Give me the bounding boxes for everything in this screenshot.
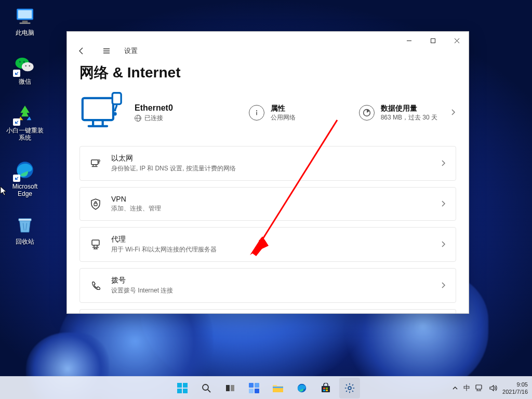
svg-rect-45 — [323, 388, 325, 389]
svg-rect-14 — [112, 93, 121, 104]
nav-menu-button[interactable] — [99, 44, 114, 58]
settings-item-proxy[interactable]: 代理 用于 Wi-Fi 和以太网连接的代理服务器 — [79, 227, 456, 262]
svg-rect-31 — [183, 383, 188, 388]
svg-rect-40 — [255, 389, 259, 393]
edge-button[interactable] — [291, 378, 312, 398]
svg-rect-50 — [476, 385, 482, 389]
system-tray: 中 9:05 2021/7/16 — [452, 381, 528, 395]
chevron-right-icon — [440, 240, 446, 249]
settings-item-ethernet[interactable]: 以太网 身份验证, IP 和 DNS 设置, 按流量计费的网络 — [79, 146, 456, 181]
stat-title: 数据使用量 — [381, 104, 437, 113]
taskbar: 中 9:05 2021/7/16 — [0, 376, 532, 399]
svg-rect-17 — [256, 112, 257, 115]
close-button[interactable] — [445, 32, 469, 49]
task-view-button[interactable] — [220, 378, 241, 398]
settings-item-dialup[interactable]: 拨号 设置拨号 Internet 连接 — [79, 268, 456, 303]
settings-window: 设置 网络 & Internet Ethernet0 — [66, 31, 469, 314]
item-title: 代理 — [111, 235, 431, 244]
svg-point-15 — [113, 112, 117, 116]
start-button[interactable] — [172, 378, 193, 398]
svg-point-5 — [22, 62, 34, 72]
settings-button[interactable] — [339, 378, 360, 398]
maximize-button[interactable] — [421, 32, 445, 49]
volume-tray-icon[interactable] — [489, 384, 497, 392]
svg-rect-21 — [94, 203, 97, 206]
item-subtitle: 添加、连接、管理 — [111, 204, 431, 213]
network-tray-icon[interactable] — [475, 384, 484, 392]
proxy-icon — [89, 239, 102, 250]
item-title: 以太网 — [111, 154, 431, 163]
wechat-icon — [14, 54, 36, 76]
shortcut-arrow-icon — [13, 175, 20, 182]
properties-stat[interactable]: 属性 公用网络 — [249, 104, 296, 122]
recycle-bin-icon — [14, 214, 36, 236]
clock-date: 2021/7/16 — [502, 388, 528, 395]
desktop-icon-label: Microsoft Edge — [5, 183, 45, 197]
taskbar-clock[interactable]: 9:05 2021/7/16 — [502, 381, 528, 395]
svg-point-20 — [98, 159, 100, 162]
settings-content[interactable]: 网络 & Internet Ethernet0 已连接 — [67, 57, 469, 313]
search-button[interactable] — [196, 378, 217, 398]
desktop-icon-wechat[interactable]: 微信 — [5, 54, 45, 85]
clock-time: 9:05 — [502, 381, 528, 388]
ethernet-icon — [89, 158, 102, 169]
desktop-icon-label: 微信 — [5, 78, 45, 85]
widgets-button[interactable] — [244, 378, 264, 398]
svg-rect-12 — [431, 38, 435, 43]
svg-point-49 — [348, 387, 351, 390]
tray-overflow-button[interactable] — [452, 385, 458, 391]
svg-point-7 — [23, 61, 25, 62]
svg-rect-39 — [249, 389, 254, 393]
file-explorer-button[interactable] — [268, 378, 288, 398]
svg-rect-19 — [91, 159, 98, 164]
svg-rect-42 — [273, 387, 283, 388]
chevron-right-icon — [450, 108, 456, 117]
app-name: 设置 — [124, 46, 138, 56]
network-status-card: Ethernet0 已连接 属性 公用网络 — [79, 92, 456, 134]
data-usage-stat[interactable]: 数据使用量 863 MB，过去 30 天 — [359, 104, 456, 122]
svg-rect-11 — [19, 219, 32, 221]
info-icon — [249, 105, 264, 121]
desktop-icon-edge[interactable]: Microsoft Edge — [5, 159, 45, 197]
desktop-icon-xiaobai[interactable]: 小白一键重装系统 — [5, 103, 45, 141]
svg-point-9 — [29, 65, 30, 66]
svg-rect-32 — [177, 389, 182, 393]
desktop-icon-this-pc[interactable]: 此电脑 — [5, 5, 45, 36]
svg-rect-46 — [326, 388, 328, 389]
globe-icon — [135, 115, 141, 122]
stat-title: 属性 — [271, 104, 296, 113]
settings-item-advanced[interactable]: 高级网络设置 — [79, 309, 456, 313]
settings-item-vpn[interactable]: VPN 添加、连接、管理 — [79, 187, 456, 221]
item-title: 拨号 — [111, 276, 431, 285]
back-button[interactable] — [74, 44, 89, 58]
svg-point-16 — [256, 110, 257, 111]
chevron-right-icon — [440, 159, 446, 168]
ime-indicator[interactable]: 中 — [463, 383, 470, 393]
svg-rect-13 — [83, 98, 113, 120]
item-subtitle: 用于 Wi-Fi 和以太网连接的代理服务器 — [111, 245, 431, 254]
store-button[interactable] — [315, 378, 336, 398]
desktop-icon-label: 小白一键重装系统 — [5, 127, 45, 141]
svg-rect-36 — [231, 385, 234, 391]
desktop-icon-recycle-bin[interactable]: 回收站 — [5, 214, 45, 245]
stat-subtitle: 863 MB，过去 30 天 — [381, 113, 437, 122]
svg-rect-30 — [177, 383, 182, 388]
desktop-icon-label: 回收站 — [5, 238, 45, 245]
svg-rect-37 — [249, 383, 254, 388]
svg-point-34 — [203, 384, 208, 390]
svg-rect-22 — [92, 240, 99, 245]
taskbar-center — [172, 378, 360, 398]
desktop-icon-label: 此电脑 — [5, 29, 45, 36]
desktop: 此电脑 微信 小白一键重装系统 Microsoft Edge 回收站 — [0, 0, 532, 399]
shield-lock-icon — [89, 198, 102, 210]
minimize-button[interactable] — [397, 32, 421, 49]
network-name: Ethernet0 — [135, 103, 238, 113]
svg-rect-35 — [226, 385, 230, 391]
svg-rect-48 — [326, 390, 328, 391]
svg-rect-47 — [323, 390, 325, 391]
network-monitor-icon — [79, 92, 124, 134]
item-subtitle: 身份验证, IP 和 DNS 设置, 按流量计费的网络 — [111, 164, 431, 173]
recycle-app-icon — [14, 103, 36, 125]
shortcut-arrow-icon — [13, 118, 20, 126]
svg-rect-3 — [20, 22, 31, 24]
